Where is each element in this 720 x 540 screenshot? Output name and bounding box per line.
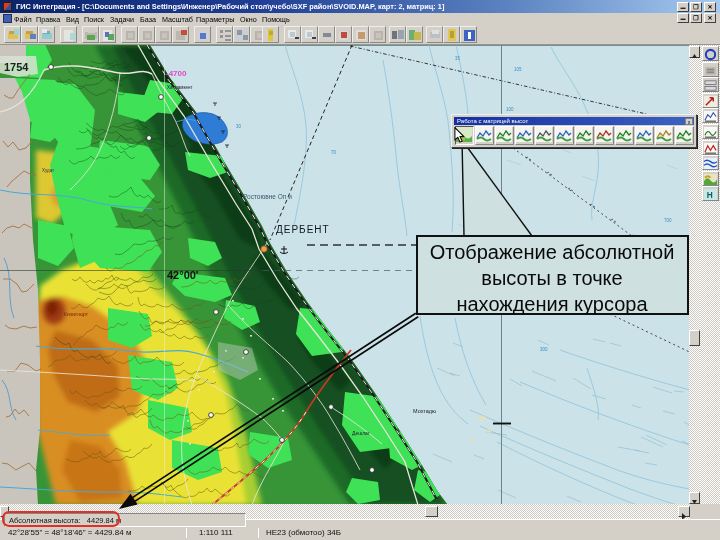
svg-text:нахождения курсора: нахождения курсора <box>456 293 648 315</box>
svg-text:H: H <box>707 191 713 201</box>
svg-text:42°00': 42°00' <box>167 269 199 281</box>
svg-text:1754: 1754 <box>4 61 29 73</box>
svg-text:Хачмамкент: Хачмамкент <box>167 85 193 90</box>
svg-text:30: 30 <box>236 124 242 129</box>
svg-text:Дешлаг: Дешлаг <box>352 430 370 436</box>
svg-text:Мохтадю: Мохтадю <box>413 408 436 414</box>
svg-text:700: 700 <box>664 218 672 223</box>
svg-text:100: 100 <box>506 107 514 112</box>
svg-text:300: 300 <box>540 347 548 352</box>
svg-text:Кизил-юрт: Кизил-юрт <box>64 311 89 317</box>
svg-text:105: 105 <box>514 67 522 72</box>
svg-text:Ростоювне Оп и: Ростоювне Оп и <box>243 193 292 200</box>
svg-text:высоты в точке: высоты в точке <box>481 267 622 289</box>
svg-text:70: 70 <box>331 150 337 155</box>
svg-text:ДЕРБЕНТ: ДЕРБЕНТ <box>276 224 330 235</box>
svg-text:Худат: Худат <box>42 168 54 173</box>
svg-text:-4700: -4700 <box>166 69 187 78</box>
svg-text:35: 35 <box>455 56 461 61</box>
svg-text:Отображение абсолютной: Отображение абсолютной <box>430 241 675 263</box>
